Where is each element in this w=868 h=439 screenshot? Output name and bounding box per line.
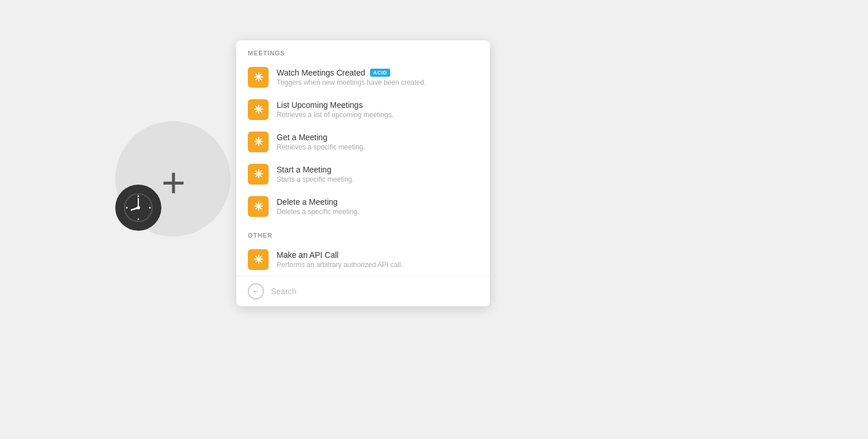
svg-point-4: [138, 196, 139, 197]
svg-point-7: [149, 207, 151, 209]
search-bar: ←: [236, 276, 490, 306]
api-call-icon: ✳: [248, 249, 269, 270]
start-meeting-text: Start a Meeting Starts a specific meetin…: [277, 165, 478, 183]
delete-meeting-title: Delete a Meeting: [277, 197, 478, 207]
watch-meetings-icon: ✳: [248, 67, 269, 88]
start-meeting-icon: ✳: [248, 164, 269, 185]
list-upcoming-icon: ✳: [248, 99, 269, 120]
menu-item-delete-meeting[interactable]: ✳ Delete a Meeting Deletes a specific me…: [236, 190, 490, 223]
get-meeting-title: Get a Meeting: [277, 133, 478, 142]
other-section-label: OTHER: [236, 223, 490, 243]
watch-meetings-desc: Triggers when new meetings have been cre…: [277, 78, 478, 87]
menu-item-list-upcoming[interactable]: ✳ List Upcoming Meetings Retrieves a lis…: [236, 93, 490, 126]
start-meeting-desc: Starts a specific meeting.: [277, 175, 478, 183]
get-meeting-text: Get a Meeting Retrieves a specific meeti…: [277, 133, 478, 151]
background-illustration: +: [98, 115, 236, 254]
menu-item-start-meeting[interactable]: ✳ Start a Meeting Starts a specific meet…: [236, 158, 490, 190]
svg-point-5: [138, 219, 139, 220]
watch-meetings-title: Watch Meetings Created ACID: [277, 68, 478, 77]
start-meeting-title: Start a Meeting: [277, 165, 478, 174]
menu-item-get-meeting[interactable]: ✳ Get a Meeting Retrieves a specific mee…: [236, 126, 490, 158]
plus-icon: +: [161, 162, 186, 203]
meetings-section-label: MEETINGS: [236, 40, 490, 61]
acid-badge: ACID: [370, 69, 391, 77]
svg-point-6: [126, 207, 128, 209]
delete-meeting-desc: Deletes a specific meeting.: [277, 208, 478, 216]
list-upcoming-title: List Upcoming Meetings: [277, 100, 478, 110]
search-input[interactable]: [271, 287, 478, 296]
get-meeting-desc: Retrieves a specific meeting.: [277, 143, 478, 151]
delete-meeting-text: Delete a Meeting Deletes a specific meet…: [277, 197, 478, 216]
clock-icon: [115, 185, 161, 231]
api-call-desc: Performs an arbitrary authorized API cal…: [277, 261, 478, 269]
get-meeting-icon: ✳: [248, 132, 269, 152]
back-arrow-icon: ←: [252, 287, 260, 296]
delete-meeting-icon: ✳: [248, 196, 269, 217]
api-call-title: Make an API Call: [277, 250, 478, 260]
list-upcoming-desc: Retrieves a list of upcoming meetings.: [277, 111, 478, 119]
dropdown-panel: MEETINGS ✳ Watch Meetings Created ACID T…: [236, 40, 490, 306]
api-call-text: Make an API Call Performs an arbitrary a…: [277, 250, 478, 269]
watch-meetings-text: Watch Meetings Created ACID Triggers whe…: [277, 68, 478, 87]
menu-item-watch-meetings[interactable]: ✳ Watch Meetings Created ACID Triggers w…: [236, 61, 490, 93]
list-upcoming-text: List Upcoming Meetings Retrieves a list …: [277, 100, 478, 119]
back-button[interactable]: ←: [248, 283, 264, 299]
menu-item-api-call[interactable]: ✳ Make an API Call Performs an arbitrary…: [236, 243, 490, 276]
